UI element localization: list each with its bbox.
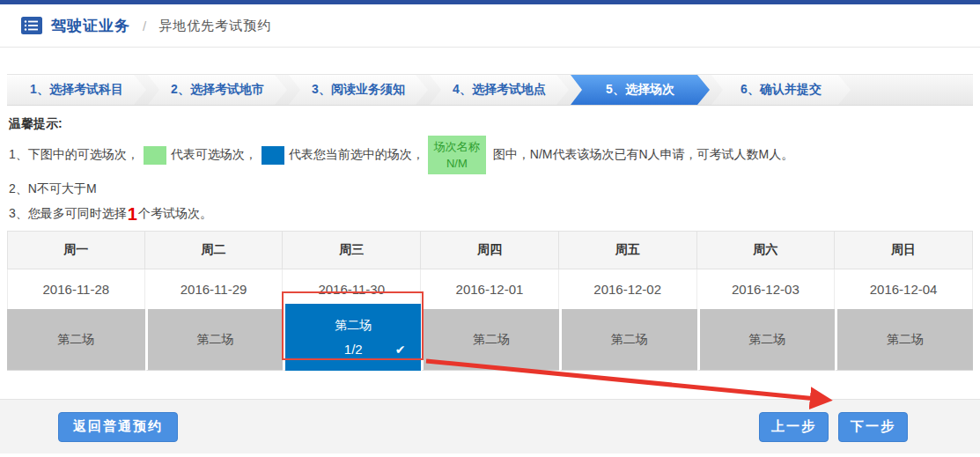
date-cell: 2016-12-04 — [835, 269, 973, 309]
day-header-row: 周一周二周三周四周五周六周日 — [7, 231, 973, 269]
schedule-table: 周一周二周三周四周五周六周日 2016-11-282016-11-292016-… — [7, 231, 973, 371]
session-cell[interactable]: 第二场 — [7, 309, 145, 371]
page: 驾驶证业务 / 异地优先考试预约 1、选择考试科目2、选择考试地市3、阅读业务须… — [0, 0, 980, 457]
day-header-cell: 周一 — [7, 231, 145, 269]
footer-bar: 返回普通预约 上一步 下一步 — [0, 399, 980, 453]
tip-line-3: 3、您最多可同时选择 1 个考试场次。 — [9, 203, 971, 225]
day-header-cell: 周六 — [697, 231, 836, 269]
selected-swatch-icon — [262, 146, 284, 165]
session-legend-box: 场次名称 N/M — [428, 136, 486, 174]
list-icon — [21, 17, 42, 34]
session-count: 1/2✔ — [344, 342, 363, 357]
legend-line2: N/M — [428, 155, 486, 172]
legend-line1: 场次名称 — [428, 138, 486, 155]
step-tab-6[interactable]: 6、确认并提交 — [711, 75, 851, 105]
page-title: 驾驶证业务 — [51, 16, 130, 36]
available-swatch-icon — [144, 146, 166, 165]
tip1-suffix: 图中，N/M代表该场次已有N人申请，可考试人数M人。 — [493, 147, 793, 163]
breadcrumb-separator: / — [143, 18, 146, 33]
tip-line-1: 1、下图中的可选场次， 代表可选场次， 代表您当前选中的场次， 场次名称 N/M… — [9, 134, 971, 176]
next-step-button[interactable]: 下一步 — [838, 412, 908, 442]
session-cell[interactable]: 第二场 — [421, 309, 559, 371]
session-cell[interactable]: 第二场 — [835, 309, 973, 371]
breadcrumb-current: 异地优先考试预约 — [158, 18, 271, 34]
day-header-cell: 周三 — [283, 231, 421, 269]
tip-line-2: 2、N不可大于M — [9, 178, 971, 201]
max-select-count: 1 — [128, 205, 137, 223]
day-header-cell: 周四 — [421, 231, 559, 269]
date-row: 2016-11-282016-11-292016-11-302016-12-01… — [7, 269, 973, 309]
date-cell: 2016-11-28 — [7, 269, 145, 309]
session-cell[interactable]: 第二场 — [145, 309, 284, 371]
step-tab-3[interactable]: 3、阅读业务须知 — [289, 75, 428, 105]
date-cell: 2016-12-03 — [697, 269, 836, 309]
step-tab-5[interactable]: 5、选择场次 — [571, 75, 710, 105]
steps-bar: 1、选择考试科目2、选择考试地市3、阅读业务须知4、选择考试地点5、选择场次6、… — [7, 74, 973, 106]
date-cell: 2016-12-01 — [421, 269, 559, 309]
session-cell[interactable]: 第二场 — [559, 309, 697, 371]
tips-heading: 温馨提示: — [9, 116, 971, 132]
app-header: 驾驶证业务 / 异地优先考试预约 — [0, 4, 980, 48]
back-to-normal-button[interactable]: 返回普通预约 — [58, 412, 178, 442]
session-cell[interactable]: 第二场1/2✔ — [283, 309, 421, 371]
selected-session[interactable]: 第二场1/2✔ — [285, 304, 421, 371]
pointer-arrow — [0, 0, 980, 457]
step-tab-2[interactable]: 2、选择考试地市 — [148, 75, 287, 105]
tip3-prefix: 3、您最多可同时选择 — [9, 206, 127, 222]
step-tab-1[interactable]: 1、选择考试科目 — [7, 75, 146, 105]
check-icon: ✔ — [395, 343, 406, 357]
step-buttons: 上一步 下一步 — [759, 412, 908, 442]
tip1-green-label: 代表可选场次， — [171, 147, 257, 163]
session-cell[interactable]: 第二场 — [697, 309, 836, 371]
tips-section: 温馨提示: 1、下图中的可选场次， 代表可选场次， 代表您当前选中的场次， 场次… — [0, 106, 980, 225]
tip3-suffix: 个考试场次。 — [138, 206, 212, 222]
date-cell: 2016-12-02 — [559, 269, 697, 309]
day-header-cell: 周二 — [145, 231, 284, 269]
prev-step-button[interactable]: 上一步 — [759, 412, 829, 442]
day-header-cell: 周五 — [559, 231, 697, 269]
session-row: 第二场第二场第二场1/2✔第二场第二场第二场第二场 — [7, 309, 973, 371]
tip1-blue-label: 代表您当前选中的场次， — [289, 147, 424, 163]
date-cell: 2016-11-29 — [145, 269, 284, 309]
tip1-prefix: 1、下图中的可选场次， — [9, 147, 139, 163]
step-tab-4[interactable]: 4、选择考试地点 — [430, 75, 569, 105]
session-name: 第二场 — [335, 318, 372, 334]
day-header-cell: 周日 — [835, 231, 973, 269]
